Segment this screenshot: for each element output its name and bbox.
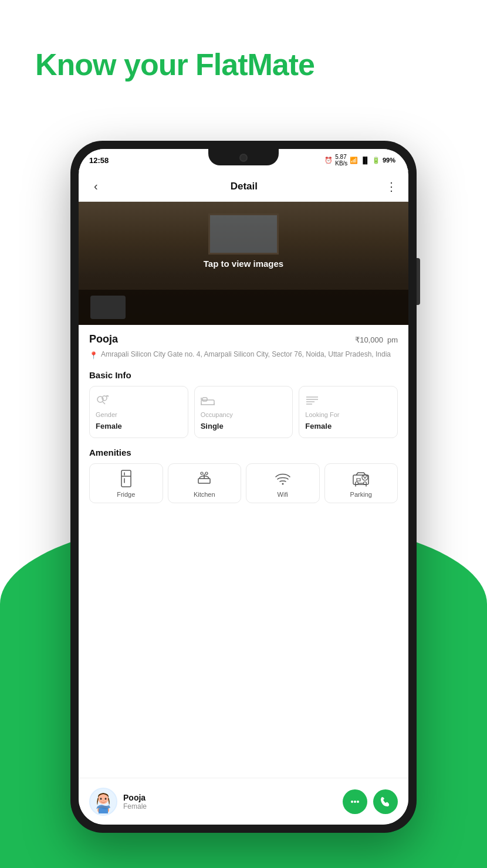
parking-icon <box>352 470 370 487</box>
tap-to-view-label: Tap to view images <box>204 259 283 269</box>
kitchen-icon <box>196 470 212 487</box>
svg-line-29 <box>365 476 367 479</box>
battery-icon: 🔋 <box>372 157 380 164</box>
owner-name: Pooja <box>123 793 337 802</box>
gender-card: Gender Female <box>89 386 188 438</box>
svg-rect-19 <box>198 479 210 483</box>
battery-percent: 99% <box>383 157 395 164</box>
signal-icon: 5.87KB/s <box>335 154 347 167</box>
price-unit: pm <box>387 335 398 344</box>
info-cards: Gender Female <box>89 386 398 438</box>
price-value: ₹10,000 <box>355 335 383 344</box>
more-options-button[interactable]: ⋮ <box>385 179 398 194</box>
gender-value: Female <box>96 422 182 430</box>
svg-line-1 <box>103 402 105 404</box>
listing-info: Pooja ₹10,000 pm 📍 Amrapali Silicon City… <box>79 325 408 364</box>
svg-point-22 <box>205 472 208 474</box>
address-text: Amrapali Silicon City Gate no. 4, Amarpa… <box>101 349 391 360</box>
svg-rect-15 <box>121 470 131 487</box>
svg-point-36 <box>351 801 353 803</box>
occupancy-card: Occupancy Single <box>194 386 293 438</box>
kitchen-amenity: Kitchen <box>168 463 242 503</box>
listing-price: ₹10,000 pm <box>355 333 398 345</box>
svg-point-37 <box>354 801 356 803</box>
looking-for-value: Female <box>305 422 391 430</box>
looking-for-card: Looking For Female <box>299 386 398 438</box>
owner-info: Pooja Female <box>123 793 337 811</box>
kitchen-label: Kitchen <box>194 491 215 498</box>
fridge-icon <box>120 470 132 487</box>
image-tap-overlay[interactable]: Tap to view images <box>79 202 408 325</box>
svg-line-28 <box>363 476 365 479</box>
occupancy-value: Single <box>201 422 287 430</box>
status-icons: ⏰ 5.87KB/s 📶 ▐▌ 🔋 99% <box>324 154 395 167</box>
wifi-label: Wifi <box>278 491 288 498</box>
amenity-cards: Fridge Kitchen <box>89 463 398 503</box>
basic-info-section: Basic Info <box>79 364 408 442</box>
back-button[interactable]: ‹ <box>89 177 103 195</box>
svg-point-33 <box>100 798 102 800</box>
bed-icon <box>201 394 287 408</box>
app-header: ‹ Detail ⋮ <box>79 171 408 202</box>
network-icon: ▐▌ <box>360 157 370 164</box>
status-time: 12:58 <box>89 156 109 165</box>
avatar-image <box>92 790 115 813</box>
svg-point-23 <box>282 483 283 485</box>
owner-avatar <box>89 788 117 816</box>
looking-for-icon <box>305 394 391 408</box>
listing-header-row: Pooja ₹10,000 pm <box>89 333 398 345</box>
alarm-icon: ⏰ <box>324 157 333 164</box>
phone-screen: 12:58 ⏰ 5.87KB/s 📶 ▐▌ 🔋 99% ‹ Detail ⋮ <box>79 149 408 825</box>
wifi-amenity-icon <box>275 470 291 487</box>
wifi-amenity: Wifi <box>246 463 320 503</box>
parking-label: Parking <box>350 491 372 498</box>
svg-point-35 <box>103 800 104 801</box>
header-title: Detail <box>231 181 258 192</box>
fridge-label: Fridge <box>117 491 135 498</box>
fridge-amenity: Fridge <box>89 463 163 503</box>
gender-icon <box>96 394 182 408</box>
listing-image[interactable]: Tap to view images <box>79 202 408 325</box>
svg-point-34 <box>105 798 107 800</box>
chat-button[interactable] <box>343 789 367 814</box>
amenities-section: Amenities Fridge <box>79 442 408 507</box>
listing-address: 📍 Amrapali Silicon City Gate no. 4, Amar… <box>89 349 398 361</box>
listing-name: Pooja <box>89 333 118 345</box>
phone-frame: 12:58 ⏰ 5.87KB/s 📶 ▐▌ 🔋 99% ‹ Detail ⋮ <box>70 141 417 833</box>
basic-info-title: Basic Info <box>89 370 398 380</box>
svg-point-38 <box>357 801 359 803</box>
wifi-status-icon: 📶 <box>350 157 358 164</box>
location-icon: 📍 <box>89 350 98 361</box>
occupancy-label: Occupancy <box>201 411 287 418</box>
notch-camera <box>239 154 248 162</box>
action-buttons <box>343 789 398 814</box>
notch <box>208 149 279 165</box>
bottom-owner-bar: Pooja Female <box>79 778 408 825</box>
parking-amenity: Parking <box>324 463 398 503</box>
amenities-title: Amenities <box>89 447 398 457</box>
looking-for-label: Looking For <box>305 411 391 418</box>
gender-label: Gender <box>96 411 182 418</box>
app-content: ‹ Detail ⋮ Tap to view images Pooja <box>79 171 408 825</box>
svg-rect-7 <box>202 398 207 401</box>
svg-point-21 <box>201 472 203 474</box>
call-button[interactable] <box>373 789 398 814</box>
page-title: Know your FlatMate <box>35 47 314 82</box>
owner-gender: Female <box>123 802 337 811</box>
